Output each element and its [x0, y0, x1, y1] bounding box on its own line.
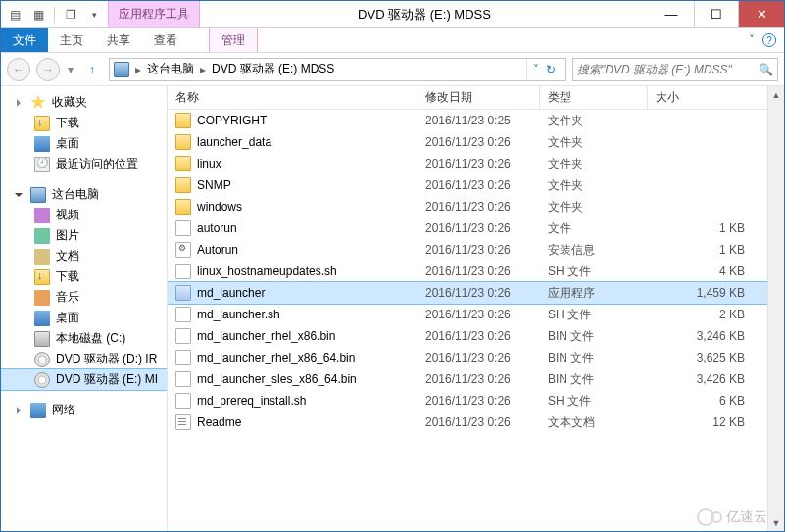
sidebar-item[interactable]: 最近访问的位置 [1, 154, 167, 174]
sidebar-item[interactable]: 音乐 [1, 287, 167, 308]
sidebar-item[interactable]: DVD 驱动器 (D:) IR [1, 349, 167, 369]
props-icon[interactable]: ▦ [28, 5, 48, 24]
scroll-down-icon[interactable]: ▼ [768, 514, 784, 531]
file-row[interactable]: md_launcher_rhel_x86_64.bin2016/11/23 0:… [168, 347, 784, 368]
collapse-icon[interactable] [17, 99, 21, 107]
file-row[interactable]: launcher_data2016/11/23 0:26文件夹 [168, 131, 784, 153]
file-row[interactable]: linux_hostnameupdates.sh2016/11/23 0:26S… [168, 261, 784, 282]
file-size: 3,625 KB [648, 351, 784, 364]
dl-icon [34, 269, 50, 285]
search-box[interactable]: 🔍 [572, 58, 778, 81]
expand-ribbon-icon[interactable]: ˅ [749, 33, 755, 47]
sidebar-item[interactable]: DVD 驱动器 (E:) MI [1, 369, 167, 390]
maximize-button[interactable]: ☐ [694, 1, 739, 27]
file-size: 2 KB [648, 308, 784, 321]
file-type: SH 文件 [540, 307, 648, 323]
tab-home[interactable]: 主页 [48, 28, 95, 52]
column-headers: 名称 修改日期 类型 大小 [168, 86, 784, 110]
file-date: 2016/11/23 0:26 [417, 372, 540, 386]
file-date: 2016/11/23 0:26 [417, 135, 540, 149]
file-type: 文件夹 [540, 199, 648, 216]
collapse-icon[interactable] [17, 407, 21, 414]
file-type: SH 文件 [540, 264, 648, 280]
sidebar-head-network[interactable]: 网络 [1, 400, 167, 420]
file-name-cell: linux_hostnameupdates.sh [168, 264, 417, 279]
history-dropdown-icon[interactable]: ▾ [66, 63, 75, 76]
file-tab[interactable]: 文件 [1, 28, 48, 52]
file-name: Readme [197, 415, 241, 429]
file-date: 2016/11/23 0:26 [417, 221, 540, 235]
dvd-icon [34, 372, 50, 388]
sidebar-item[interactable]: 本地磁盘 (C:) [1, 328, 167, 349]
breadcrumb[interactable]: ▸ 这台电脑 ▸ DVD 驱动器 (E:) MDSS ˅ ↻ [109, 58, 566, 81]
column-size[interactable]: 大小 [648, 86, 784, 109]
file-name-cell: launcher_data [168, 134, 417, 150]
file-row[interactable]: md_launcher_sles_x86_64.bin2016/11/23 0:… [168, 368, 784, 390]
file-row[interactable]: md_launcher2016/11/23 0:26应用程序1,459 KB [168, 282, 784, 304]
file-name-cell: md_prereq_install.sh [168, 393, 417, 409]
file-list[interactable]: COPYRIGHT2016/11/23 0:25文件夹launcher_data… [168, 110, 784, 531]
address-bar: ← → ▾ ↑ ▸ 这台电脑 ▸ DVD 驱动器 (E:) MDSS ˅ ↻ 🔍 [1, 53, 784, 86]
file-icon [175, 350, 191, 365]
breadcrumb-root[interactable]: 这台电脑 [147, 61, 194, 77]
file-row[interactable]: linux2016/11/23 0:26文件夹 [168, 153, 784, 174]
file-row[interactable]: COPYRIGHT2016/11/23 0:25文件夹 [168, 110, 784, 131]
sidebar-label: 这台电脑 [52, 186, 99, 203]
sidebar-item[interactable]: 视频 [1, 205, 167, 225]
file-type: 文件夹 [540, 113, 648, 129]
file-name: linux_hostnameupdates.sh [197, 265, 337, 278]
sidebar-item[interactable]: 文档 [1, 246, 167, 266]
network-icon [30, 403, 46, 418]
sidebar-head-thispc[interactable]: 这台电脑 [1, 184, 167, 205]
system-menu-icon[interactable]: ▤ [5, 5, 25, 24]
file-name: windows [197, 200, 242, 214]
scroll-up-icon[interactable]: ▲ [768, 86, 784, 103]
scroll-track[interactable] [768, 103, 784, 514]
recent-icon [34, 157, 50, 172]
tab-manage[interactable]: 管理 [209, 28, 258, 52]
breadcrumb-current[interactable]: DVD 驱动器 (E:) MDSS [212, 61, 334, 77]
file-row[interactable]: Readme2016/11/23 0:26文本文档12 KB [168, 411, 784, 433]
file-type: 文本文档 [540, 414, 648, 431]
chevron-right-icon[interactable]: ▸ [196, 63, 210, 76]
back-button[interactable]: ← [7, 58, 30, 81]
expand-icon[interactable] [15, 193, 23, 197]
file-row[interactable]: md_prereq_install.sh2016/11/23 0:26SH 文件… [168, 390, 784, 411]
qat-dropdown-icon[interactable]: ▾ [84, 5, 104, 24]
file-name: md_launcher_rhel_x86_64.bin [197, 351, 355, 364]
file-row[interactable]: md_launcher_rhel_x86.bin2016/11/23 0:26B… [168, 325, 784, 347]
folder-icon [175, 156, 191, 171]
forward-button[interactable]: → [36, 58, 60, 81]
sidebar-item[interactable]: 桌面 [1, 133, 167, 154]
tab-share[interactable]: 共享 [95, 28, 142, 52]
file-pane: 名称 修改日期 类型 大小 COPYRIGHT2016/11/23 0:25文件… [168, 86, 784, 531]
sidebar-item[interactable]: 图片 [1, 225, 167, 246]
file-row[interactable]: windows2016/11/23 0:26文件夹 [168, 196, 784, 218]
search-icon[interactable]: 🔍 [759, 63, 773, 76]
file-row[interactable]: md_launcher.sh2016/11/23 0:26SH 文件2 KB [168, 304, 784, 325]
close-button[interactable]: ✕ [739, 1, 784, 27]
file-date: 2016/11/23 0:26 [417, 157, 540, 170]
sidebar-label: 网络 [52, 402, 75, 418]
breadcrumb-dropdown-icon[interactable]: ˅ ↻ [526, 59, 562, 80]
column-name[interactable]: 名称 [168, 86, 417, 109]
vertical-scrollbar[interactable]: ▲ ▼ [767, 86, 784, 531]
column-type[interactable]: 类型 [540, 86, 648, 109]
file-row[interactable]: autorun2016/11/23 0:26文件1 KB [168, 218, 784, 239]
sidebar-head-favorites[interactable]: 收藏夹 [1, 92, 167, 113]
sidebar-item[interactable]: 下载 [1, 266, 167, 287]
tab-view[interactable]: 查看 [142, 28, 189, 52]
column-date[interactable]: 修改日期 [417, 86, 540, 109]
up-button[interactable]: ↑ [81, 59, 103, 80]
navigation-pane[interactable]: 收藏夹 下载桌面最近访问的位置 这台电脑 视频图片文档下载音乐桌面本地磁盘 (C… [1, 86, 168, 531]
chevron-right-icon[interactable]: ▸ [131, 63, 145, 76]
help-icon[interactable]: ? [762, 33, 776, 47]
file-icon [175, 220, 191, 236]
new-folder-icon[interactable]: ❐ [61, 5, 80, 24]
search-input[interactable] [577, 63, 759, 76]
minimize-button[interactable]: — [649, 1, 694, 27]
file-row[interactable]: Autorun2016/11/23 0:26安装信息1 KB [168, 239, 784, 261]
file-row[interactable]: SNMP2016/11/23 0:26文件夹 [168, 174, 784, 196]
sidebar-item[interactable]: 下载 [1, 113, 167, 133]
sidebar-item[interactable]: 桌面 [1, 308, 167, 328]
